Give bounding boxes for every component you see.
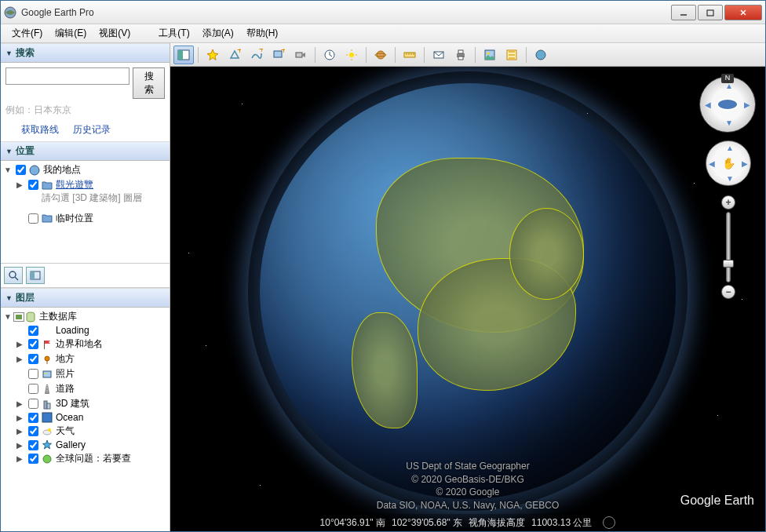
star-icon bbox=[41, 439, 53, 450]
get-directions-link[interactable]: 获取路线 bbox=[21, 123, 59, 137]
sphere-button[interactable] bbox=[531, 46, 551, 64]
print-button[interactable] bbox=[450, 46, 471, 64]
add-placemark-button[interactable] bbox=[202, 46, 223, 64]
svg-point-20 bbox=[48, 428, 51, 432]
layer-label: 照片 bbox=[56, 367, 75, 381]
find-tool-button[interactable] bbox=[4, 267, 23, 284]
add-image-overlay-button[interactable]: + bbox=[268, 46, 289, 64]
layer-item[interactable]: ▶Gallery bbox=[4, 439, 166, 451]
email-button[interactable] bbox=[429, 46, 449, 64]
look-up-icon[interactable]: ▲ bbox=[725, 82, 733, 90]
checkbox[interactable] bbox=[28, 369, 38, 379]
layer-item[interactable]: ▶地方 bbox=[4, 352, 166, 366]
menu-tools[interactable]: 工具(T) bbox=[152, 24, 195, 42]
menu-add[interactable]: 添加(A) bbox=[196, 24, 240, 42]
expand-toggle-icon[interactable]: ▶ bbox=[16, 441, 26, 450]
layer-item[interactable]: ▶Ocean bbox=[4, 411, 166, 424]
ruler-button[interactable] bbox=[399, 46, 420, 64]
record-tour-button[interactable] bbox=[290, 46, 311, 64]
search-input[interactable] bbox=[5, 67, 129, 85]
checkbox[interactable] bbox=[16, 165, 26, 175]
checkbox[interactable] bbox=[28, 426, 38, 436]
pan-left-icon[interactable]: ◀ bbox=[709, 159, 715, 168]
add-polygon-button[interactable]: + bbox=[224, 46, 245, 64]
zoom-in-button[interactable]: + bbox=[721, 195, 735, 210]
menu-file[interactable]: 文件(F) bbox=[5, 24, 49, 42]
close-button[interactable] bbox=[724, 5, 762, 20]
layer-item[interactable]: 道路 bbox=[4, 381, 166, 396]
blank-icon bbox=[41, 325, 53, 336]
places-sightseeing[interactable]: ▶ 觀光遊覽 bbox=[4, 177, 166, 192]
pan-hand-icon[interactable]: ✋ bbox=[722, 157, 735, 169]
pan-right-icon[interactable]: ▶ bbox=[742, 159, 748, 168]
checkbox[interactable] bbox=[28, 440, 38, 450]
search-panel-header[interactable]: 搜索 bbox=[1, 43, 170, 63]
maximize-button[interactable] bbox=[698, 5, 723, 20]
layers-primary-db[interactable]: ▼ 主数据库 bbox=[4, 309, 166, 324]
checkbox[interactable] bbox=[28, 326, 38, 336]
zoom-slider[interactable] bbox=[726, 212, 731, 282]
places-temp[interactable]: 临时位置 bbox=[4, 211, 166, 226]
nav-compass[interactable]: N ▲ ▼ ◀ ▶ bbox=[699, 76, 756, 133]
checkbox[interactable] bbox=[28, 339, 38, 349]
layer-item[interactable]: 照片 bbox=[4, 366, 166, 381]
hide-sidebar-button[interactable] bbox=[173, 46, 194, 64]
history-link[interactable]: 历史记录 bbox=[73, 123, 111, 137]
look-right-icon[interactable]: ▶ bbox=[744, 100, 750, 109]
expand-toggle-icon[interactable]: ▼ bbox=[4, 166, 13, 174]
zoom-thumb[interactable] bbox=[723, 260, 734, 268]
expand-toggle-icon[interactable]: ▶ bbox=[16, 180, 26, 189]
expand-toggle-icon[interactable]: ▶ bbox=[16, 355, 26, 363]
zoom-out-button[interactable]: − bbox=[721, 285, 735, 299]
tristate-checkbox[interactable] bbox=[13, 312, 24, 322]
panel-tool-button[interactable] bbox=[26, 267, 45, 284]
menu-view[interactable]: 视图(V) bbox=[93, 24, 137, 42]
look-eye-icon[interactable] bbox=[717, 98, 739, 111]
menu-edit[interactable]: 编辑(E) bbox=[49, 24, 93, 42]
menu-help[interactable]: 帮助(H) bbox=[240, 24, 285, 42]
expand-toggle-icon[interactable]: ▶ bbox=[16, 340, 26, 348]
view-in-maps-button[interactable] bbox=[502, 46, 522, 64]
layer-item[interactable]: ▶3D 建筑 bbox=[4, 396, 166, 411]
look-down-icon[interactable]: ▼ bbox=[725, 118, 733, 127]
places-panel-header[interactable]: 位置 bbox=[1, 141, 170, 161]
photo-icon bbox=[41, 369, 53, 380]
checkbox[interactable] bbox=[28, 399, 38, 409]
checkbox[interactable] bbox=[28, 413, 38, 423]
layer-item[interactable]: Loading bbox=[4, 324, 166, 337]
checkbox[interactable] bbox=[28, 454, 38, 464]
layer-label: Ocean bbox=[56, 412, 83, 423]
checkbox[interactable] bbox=[28, 354, 38, 364]
nav-pan[interactable]: ✋ ▲ ▼ ◀ ▶ bbox=[706, 140, 751, 186]
search-button[interactable]: 搜索 bbox=[133, 67, 165, 99]
expand-toggle-icon[interactable]: ▶ bbox=[16, 399, 26, 408]
checkbox[interactable] bbox=[28, 213, 38, 224]
expand-toggle-icon[interactable]: ▶ bbox=[16, 414, 26, 422]
globe[interactable] bbox=[260, 83, 676, 499]
layers-panel-header[interactable]: 图层 bbox=[1, 288, 170, 308]
svg-rect-2 bbox=[707, 10, 713, 16]
sunlight-button[interactable] bbox=[341, 46, 362, 64]
layer-item[interactable]: ▶边界和地名 bbox=[4, 337, 166, 352]
road-icon bbox=[41, 384, 53, 395]
titlebar: Google Earth Pro bbox=[1, 1, 765, 24]
pan-up-icon[interactable]: ▲ bbox=[726, 144, 734, 152]
minimize-button[interactable] bbox=[671, 5, 696, 20]
pan-down-icon[interactable]: ▼ bbox=[726, 174, 734, 183]
planets-button[interactable] bbox=[370, 46, 391, 64]
historical-imagery-button[interactable] bbox=[319, 46, 340, 64]
expand-toggle-icon[interactable]: ▶ bbox=[16, 427, 26, 435]
expand-toggle-icon[interactable]: ▼ bbox=[4, 312, 13, 321]
svg-point-35 bbox=[377, 51, 385, 59]
globe-viewport[interactable]: N ▲ ▼ ◀ ▶ ✋ ▲ ▼ ◀ ▶ + bbox=[170, 67, 765, 531]
save-image-button[interactable] bbox=[480, 46, 500, 64]
layer-item[interactable]: ▶天气 bbox=[4, 424, 166, 439]
add-path-button[interactable]: + bbox=[246, 46, 267, 64]
expand-toggle-icon[interactable]: ▶ bbox=[16, 454, 26, 463]
checkbox[interactable] bbox=[28, 180, 38, 190]
places-my-places[interactable]: ▼ 我的地点 bbox=[4, 162, 166, 177]
sightseeing-label[interactable]: 觀光遊覽 bbox=[56, 178, 93, 191]
checkbox[interactable] bbox=[28, 384, 38, 394]
layer-item[interactable]: ▶全球问题：若要查 bbox=[4, 451, 166, 466]
look-left-icon[interactable]: ◀ bbox=[705, 100, 711, 109]
